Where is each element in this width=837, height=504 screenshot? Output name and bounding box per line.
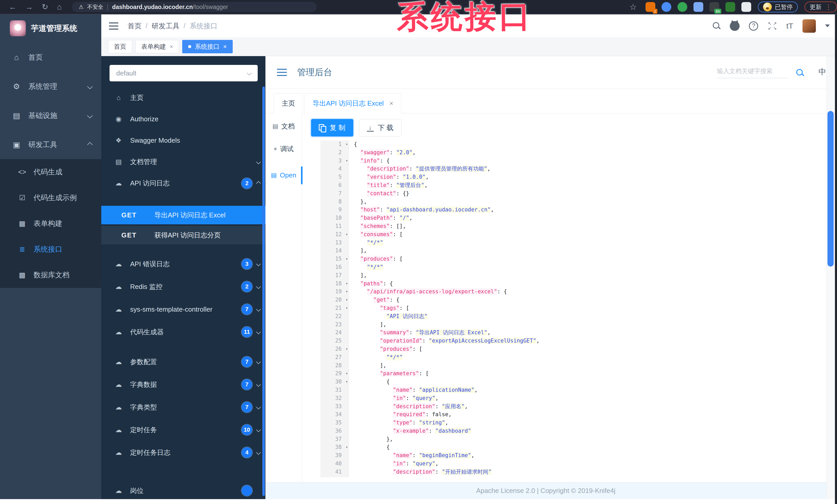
extension-orange-icon[interactable]: 1 bbox=[645, 2, 655, 12]
api-nav-item-0[interactable]: ⌂主页 bbox=[101, 87, 265, 108]
paused-pill[interactable]: 已暂停 bbox=[758, 2, 798, 12]
copy-button[interactable]: 复 制 bbox=[311, 119, 353, 136]
fold-caret-icon[interactable]: ▾ bbox=[345, 370, 348, 378]
page-tab-0[interactable]: 首页 bbox=[108, 40, 132, 53]
api-group-2[interactable]: ☁sys-sms-template-controller7 bbox=[101, 298, 265, 321]
endpoint-0[interactable]: GET导出API 访问日志 Excel bbox=[101, 206, 265, 224]
group-select[interactable]: default bbox=[109, 65, 258, 81]
help-icon[interactable]: ? bbox=[749, 21, 758, 31]
api-group-7[interactable]: ☁定时任务10 bbox=[101, 418, 265, 441]
extension-green-bird-icon[interactable] bbox=[726, 2, 735, 12]
doc-side-tab-2[interactable]: ▤Open bbox=[265, 164, 302, 186]
fold-caret-icon[interactable]: ▾ bbox=[345, 304, 348, 312]
home-icon[interactable]: ⌂ bbox=[57, 3, 61, 11]
close-icon[interactable]: × bbox=[170, 43, 173, 50]
doc-tab-1[interactable]: 导出API 访问日志 Excel× bbox=[305, 93, 401, 113]
forward-icon[interactable]: → bbox=[25, 3, 33, 11]
chevron-up-icon[interactable] bbox=[256, 181, 261, 186]
browser-menu-icon[interactable]: ⋮ bbox=[825, 3, 832, 11]
close-icon[interactable]: × bbox=[389, 100, 393, 107]
api-group-1[interactable]: ☁Redis 监控2 bbox=[101, 275, 265, 298]
chevron-down-icon[interactable] bbox=[256, 330, 261, 335]
chevron-down-icon[interactable] bbox=[256, 160, 261, 165]
home-icon: ⌂ bbox=[12, 53, 21, 62]
page-tab-2[interactable]: 系统接口× bbox=[182, 40, 233, 53]
gutter-line: 19▾ bbox=[320, 288, 342, 296]
extension-green-shield-icon[interactable] bbox=[677, 2, 687, 12]
fold-caret-icon[interactable]: ▾ bbox=[345, 255, 348, 263]
api-group-9[interactable]: ☁岗位 bbox=[101, 479, 265, 499]
extension-white-paw-icon[interactable] bbox=[742, 2, 751, 12]
api-group-3[interactable]: ☁代码生成器11 bbox=[101, 321, 265, 343]
fold-caret-icon[interactable]: ▾ bbox=[345, 345, 348, 353]
api-group-6[interactable]: ☁字典类型7 bbox=[101, 396, 265, 418]
code-line: "name": "applicationName", bbox=[354, 386, 834, 394]
fold-caret-icon[interactable]: ▾ bbox=[345, 296, 348, 304]
search-icon[interactable] bbox=[713, 22, 720, 30]
not-secure-label[interactable]: 不安全 bbox=[87, 3, 103, 11]
chevron-down-icon[interactable] bbox=[256, 450, 261, 455]
user-avatar[interactable] bbox=[802, 19, 816, 33]
api-sidebar-scrollbar[interactable] bbox=[262, 87, 265, 496]
download-button[interactable]: ↓ 下 载 bbox=[359, 119, 402, 136]
chevron-down-icon[interactable] bbox=[256, 261, 261, 266]
api-nav-item-4[interactable]: ☁API 访问日志2 bbox=[101, 172, 265, 194]
chevron-down-icon[interactable] bbox=[256, 359, 261, 365]
github-icon[interactable] bbox=[730, 21, 740, 31]
doc-side-tab-0[interactable]: ▤文档 bbox=[265, 115, 302, 137]
fold-caret-icon[interactable]: ▾ bbox=[345, 141, 348, 149]
sidebar-item-2[interactable]: ▤基础设施 bbox=[0, 101, 101, 130]
fold-caret-icon[interactable]: ▾ bbox=[345, 280, 348, 288]
extension-grid-icon[interactable] bbox=[693, 2, 703, 12]
content-scrollbar-thumb[interactable] bbox=[827, 111, 834, 266]
sidebar-item-0[interactable]: ⌂首页 bbox=[0, 43, 101, 72]
sidebar-item-3[interactable]: ▣研发工具 bbox=[0, 130, 101, 159]
sidebar-subitem-3[interactable]: ≣系统接口 bbox=[0, 237, 101, 262]
breadcrumb-item[interactable]: 首页 bbox=[128, 21, 141, 31]
chevron-down-icon[interactable] bbox=[256, 382, 261, 387]
address-bar[interactable]: ⚠ 不安全 | dashboard.yudao.iocoder.cn/tool/… bbox=[72, 2, 317, 12]
page-tab-1[interactable]: 表单构建× bbox=[135, 40, 179, 53]
doc-search-input[interactable] bbox=[716, 68, 788, 78]
sidebar-subitem-1[interactable]: ☑代码生成示例 bbox=[0, 185, 101, 211]
api-nav-item-2[interactable]: ❖Swagger Models bbox=[101, 130, 265, 151]
font-size-icon[interactable]: tT bbox=[786, 22, 793, 31]
fullscreen-icon[interactable]: ↖↗↙↘ bbox=[767, 22, 777, 30]
extension-dark-icon[interactable]: 6h bbox=[709, 2, 719, 12]
fold-caret-icon[interactable]: ▾ bbox=[345, 443, 348, 451]
language-toggle-icon[interactable]: 中 bbox=[818, 67, 826, 77]
chevron-down-icon[interactable] bbox=[256, 307, 261, 312]
chevron-down-icon[interactable] bbox=[256, 405, 261, 410]
fold-caret-icon[interactable]: ▾ bbox=[345, 378, 348, 386]
fold-caret-icon[interactable]: ▾ bbox=[345, 230, 348, 239]
api-nav-item-1[interactable]: ◉Authorize bbox=[101, 108, 265, 130]
collapse-sidebar-icon[interactable] bbox=[109, 22, 118, 30]
endpoint-1[interactable]: GET获得API 访问日志分页 bbox=[101, 226, 265, 244]
code-editor[interactable]: 1▾23▾456789101112▾131415▾161718▾19▾20▾21… bbox=[320, 141, 834, 477]
back-icon[interactable]: ← bbox=[9, 3, 17, 11]
fold-caret-icon[interactable]: ▾ bbox=[345, 157, 348, 165]
reload-icon[interactable]: ↻ bbox=[42, 3, 48, 11]
chevron-down-icon[interactable] bbox=[825, 24, 830, 27]
api-nav-item-3[interactable]: ▤文档管理 bbox=[101, 151, 265, 172]
doc-side-tab-1[interactable]: ⌖调试 bbox=[265, 137, 302, 160]
breadcrumb-item[interactable]: 研发工具 bbox=[152, 21, 180, 31]
api-group-0[interactable]: ☁API 错误日志3 bbox=[101, 253, 265, 275]
bookmark-star-icon[interactable]: ☆ bbox=[629, 2, 637, 12]
fold-caret-icon[interactable]: ▾ bbox=[345, 288, 348, 296]
update-button[interactable]: 更新 ⋮ bbox=[804, 2, 837, 12]
sidebar-subitem-0[interactable]: <>代码生成 bbox=[0, 159, 101, 185]
close-icon[interactable]: × bbox=[223, 43, 227, 50]
sidebar-subitem-4[interactable]: ▩数据库文档 bbox=[0, 262, 101, 288]
chevron-down-icon[interactable] bbox=[256, 427, 261, 432]
chevron-down-icon[interactable] bbox=[256, 284, 261, 289]
api-group-4[interactable]: ☁参数配置7 bbox=[101, 351, 265, 373]
extension-blue-pin-icon[interactable] bbox=[661, 2, 671, 12]
doc-tab-0[interactable]: 主页 bbox=[274, 93, 303, 113]
sidebar-subitem-2[interactable]: ▦表单构建 bbox=[0, 211, 101, 237]
collapse-doc-nav-icon[interactable] bbox=[277, 69, 287, 76]
api-group-8[interactable]: ☁定时任务日志4 bbox=[101, 441, 265, 464]
api-group-5[interactable]: ☁字典数据7 bbox=[101, 373, 265, 396]
doc-search-icon[interactable] bbox=[796, 69, 804, 77]
sidebar-item-1[interactable]: ⚙系统管理 bbox=[0, 72, 101, 101]
